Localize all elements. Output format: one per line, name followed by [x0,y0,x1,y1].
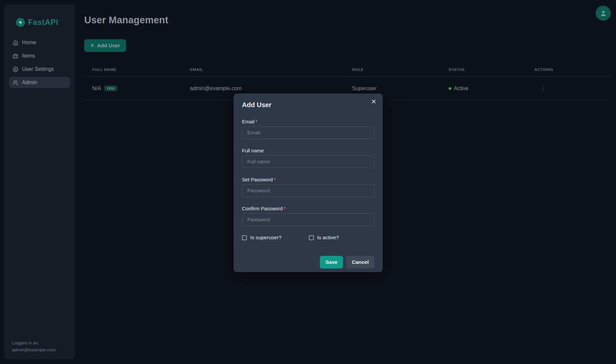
app-root: FastAPI Home Items User Settings [0,0,616,364]
add-user-form: Email* Full name Set Password* Confirm P… [242,119,374,269]
modal-footer: Save Cancel [242,256,374,269]
set-password-label: Set Password* [242,177,374,182]
full-name-label-text: Full name [242,148,264,153]
email-input[interactable] [242,126,374,139]
checkbox-icon [309,235,314,240]
add-user-modal: Add User ✕ Email* Full name Set Password… [234,93,383,272]
confirm-password-field-group: Confirm Password* [242,206,374,226]
required-asterisk: * [284,206,286,211]
modal-title: Add User [242,101,374,109]
modal-close-button[interactable]: ✕ [368,96,379,107]
required-asterisk: * [256,119,258,124]
required-asterisk: * [274,177,276,182]
is-active-checkbox[interactable]: Is active? [309,235,339,241]
set-password-input[interactable] [242,184,374,197]
checkbox-row: Is superuser? Is active? [242,235,374,241]
email-label: Email* [242,119,374,124]
close-icon: ✕ [371,98,376,105]
checkbox-icon [242,235,247,240]
modal-overlay[interactable]: Add User ✕ Email* Full name Set Password… [0,0,616,364]
set-password-label-text: Set Password [242,177,273,182]
email-label-text: Email [242,119,255,124]
is-superuser-label: Is superuser? [250,235,282,241]
cancel-button[interactable]: Cancel [346,256,374,269]
full-name-field-group: Full name [242,148,374,168]
full-name-input[interactable] [242,155,374,168]
confirm-password-input[interactable] [242,213,374,226]
save-button[interactable]: Save [320,256,343,269]
email-field-group: Email* [242,119,374,139]
confirm-password-label-text: Confirm Password [242,206,283,211]
set-password-field-group: Set Password* [242,177,374,197]
is-active-label: Is active? [317,235,339,241]
confirm-password-label: Confirm Password* [242,206,374,211]
full-name-label: Full name [242,148,374,153]
is-superuser-checkbox[interactable]: Is superuser? [242,235,309,241]
